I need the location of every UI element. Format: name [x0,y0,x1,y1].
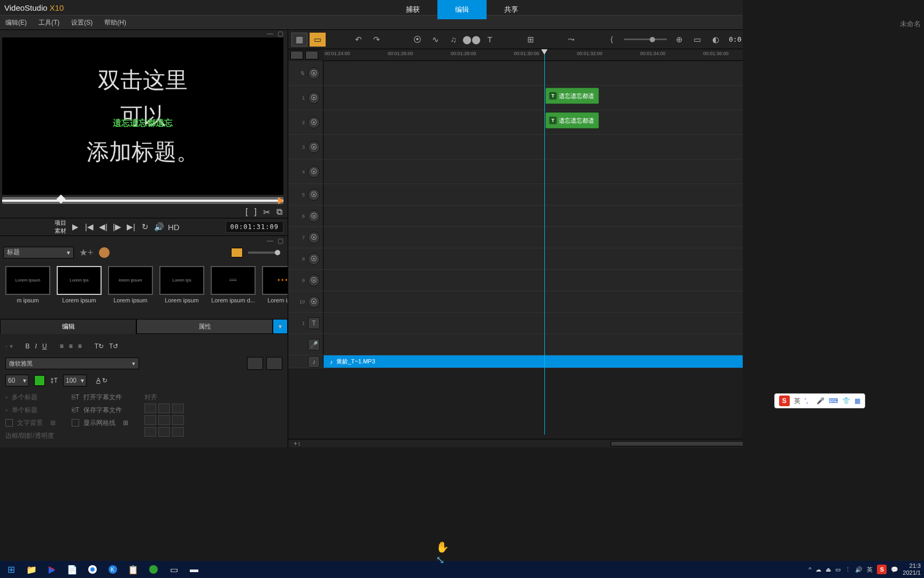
favorite-icon[interactable]: ★+ [79,247,94,258]
subtab-attributes[interactable]: 属性 [136,319,273,334]
menu-edit[interactable]: 编辑(E) [5,18,27,27]
align-right-icon[interactable]: ≡ [78,343,82,350]
bold-icon[interactable]: B [26,343,30,350]
prev-frame-icon[interactable]: ◀| [98,222,108,232]
zoom-in-icon[interactable]: ⊕ [671,33,687,47]
align-left-icon[interactable]: ≡ [60,343,64,350]
check-grid[interactable] [72,419,79,427]
playhead[interactable] [544,49,545,435]
grid-icon[interactable]: ⊞ [522,33,538,47]
auto-music-icon[interactable]: ♫ [445,33,461,47]
video-track-icon[interactable]: ⦿ [308,92,320,104]
align-center-icon[interactable]: ≡ [69,343,73,350]
line-height-icon[interactable]: ‡T [50,377,58,384]
subtab-expand-icon[interactable]: ▾ [273,319,288,334]
thumb-zoom-slider[interactable] [248,252,280,254]
zoom-path-icon[interactable]: ⟨ [604,33,620,47]
video-track-icon[interactable]: ⦿ [308,232,320,244]
menu-settings[interactable]: 设置(S) [71,18,93,27]
scrubber[interactable] [2,197,283,204]
undo-icon[interactable]: ↶ [350,33,366,47]
tab-share[interactable]: 共享 [487,0,536,19]
mark-out-icon[interactable]: ] [255,207,257,217]
preview-min-icon[interactable]: — [267,30,273,37]
mode-clip[interactable]: 素材 [55,227,66,235]
timeline-view-icon[interactable]: ▭ [310,33,326,47]
video-track-icon[interactable]: ⦿ [308,166,320,178]
timeline-ruler[interactable]: 00:01:24:00 00:01:26:00 00:01:28:00 00:0… [324,49,743,61]
check-bg[interactable] [5,419,13,427]
split-icon[interactable]: ⧉ [276,207,282,217]
hd-label[interactable]: HD [168,223,178,232]
track-toggle-icon[interactable]: ⇅ [301,71,305,76]
thumb-item[interactable]: ✦✦✦✦ [262,266,288,295]
thumb-item[interactable]: Lorem Ipsum [5,266,50,295]
library-category-dropdown[interactable]: 标题 ▾ [3,247,74,258]
thumb-item[interactable]: Lorem Ips [57,266,102,295]
add-track-icon[interactable]: +↕ [294,440,301,447]
audio-mixer-icon[interactable]: ∿ [427,33,443,47]
bg-options-icon[interactable]: ⊞ [50,419,56,427]
subtab-edit[interactable]: 编辑 [0,319,136,334]
duration-icon[interactable]: ◐ [707,33,723,47]
timeline-mode-1[interactable] [290,51,303,59]
home-icon[interactable]: |◀ [84,222,94,232]
scrubber-head-icon[interactable] [57,194,66,203]
lib-min-icon[interactable]: — [267,237,273,245]
mode-project[interactable]: 项目 [55,219,66,227]
video-track-icon[interactable]: ⦿ [308,275,320,286]
play-icon[interactable]: ▶ [71,222,80,232]
italic-icon[interactable]: I [35,343,37,350]
video-track-icon[interactable]: ⦿ [308,189,320,201]
horizontal-scrollbar[interactable] [611,441,743,446]
next-frame-icon[interactable]: |▶ [112,222,122,232]
thumb-item[interactable]: ≡≡≡ [211,266,256,295]
thumb-item[interactable]: lorem ipsum [108,266,153,295]
scissors-icon[interactable]: ✂ [263,207,270,217]
color-box-2[interactable] [266,357,282,370]
menu-tools[interactable]: 工具(T) [38,18,59,27]
underline-icon[interactable]: U [42,343,47,350]
rotate-cw-icon[interactable]: T↻ [95,343,104,350]
title-text-overlay[interactable]: 遗忘遗忘都遗忘 [113,118,173,129]
open-subtitle-icon[interactable]: ⎘T [72,393,79,401]
timecode[interactable]: 00:01:31:09 [226,221,283,233]
motion-icon[interactable]: ⬤⬤ [464,33,480,47]
angle-icon[interactable]: A ↻ [96,377,107,384]
title-clip[interactable]: T遗忘遗忘都遗 [545,88,599,104]
fit-icon[interactable]: ▭ [689,33,705,47]
title-clip[interactable]: T遗忘遗忘都遗 [545,112,599,128]
line-spacing-dropdown[interactable]: 100▾ [63,375,87,386]
font-color-swatch[interactable] [34,375,45,386]
category-icon[interactable] [99,247,110,258]
lib-max-icon[interactable]: ▢ [278,237,283,245]
voice-track-icon[interactable]: 🎤 [308,339,320,351]
volume-icon[interactable]: 🔊 [154,222,164,232]
grid-options-icon[interactable]: ⊞ [123,419,128,427]
track-motion-icon[interactable]: ⤳ [563,33,579,47]
save-subtitle-icon[interactable]: ⎗T [72,406,79,414]
tab-capture[interactable]: 捕获 [388,0,437,19]
color-box-1[interactable] [247,357,263,370]
video-track-icon[interactable]: ⦿ [308,296,320,308]
preview-max-icon[interactable]: ▢ [278,30,283,37]
mark-in-icon[interactable]: [ [245,207,248,217]
video-track-icon[interactable]: ⦿ [308,117,320,128]
timeline-mode-2[interactable] [305,51,318,59]
radio-single[interactable]: ◦ [5,406,7,414]
rotate-ccw-icon[interactable]: T↺ [109,343,118,350]
view-toggle[interactable] [231,248,243,257]
tab-edit[interactable]: 编辑 [437,0,487,19]
music-track-icon[interactable]: ♪ [308,356,320,368]
preview-canvas[interactable]: 双击这里 可以 添加标题。 遗忘遗忘都遗忘 [2,37,283,195]
alignment-grid[interactable] [144,404,184,437]
storyboard-view-icon[interactable]: ▦ [291,33,307,47]
end-icon[interactable]: ▶| [126,222,136,232]
font-family-dropdown[interactable]: 微软雅黑 ▾ [5,358,139,369]
title-icon[interactable]: T [482,33,498,47]
record-icon[interactable]: ⦿ [409,33,425,47]
preset-dropdown[interactable]: ◦ ▾ [5,343,13,350]
font-size-dropdown[interactable]: 60▾ [5,375,29,386]
video-track-icon[interactable]: ⦿ [308,141,320,153]
repeat-icon[interactable]: ↻ [140,222,150,232]
